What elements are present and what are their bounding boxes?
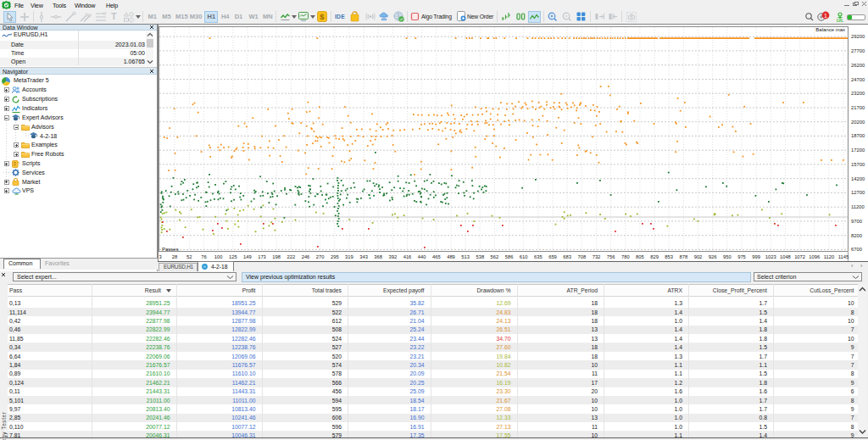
svg-text:6700: 6700 [851,247,862,252]
svg-text:878: 878 [680,254,688,259]
svg-text:LVL: LVL [837,19,843,23]
svg-text:659: 659 [548,254,557,259]
svg-text:Passes: Passes [162,247,179,252]
svg-text:1072: 1072 [794,254,805,259]
svg-text:708: 708 [577,254,586,259]
svg-text:586: 586 [505,254,514,259]
svg-text:222: 222 [287,254,295,259]
svg-text:17200: 17200 [851,148,865,153]
svg-text:15700: 15700 [851,162,865,167]
svg-text:20200: 20200 [851,120,865,125]
svg-text:198: 198 [272,254,281,259]
svg-text:24700: 24700 [851,77,865,82]
svg-text:173: 173 [258,254,266,259]
svg-text:295: 295 [331,254,339,259]
svg-text:Balance max: Balance max [815,27,845,32]
svg-text:610: 610 [520,254,528,259]
svg-text:76: 76 [201,254,206,259]
svg-text:14200: 14200 [851,176,865,181]
svg-text:21700: 21700 [851,105,865,110]
svg-text:392: 392 [389,254,398,259]
svg-text:1120: 1120 [824,254,834,259]
svg-text:9700: 9700 [851,219,862,224]
svg-text:975: 975 [737,254,746,259]
svg-text:27700: 27700 [851,48,865,53]
svg-text:829: 829 [650,254,659,259]
svg-text:270: 270 [316,254,325,259]
svg-text:732: 732 [593,254,601,259]
svg-text:343: 343 [359,254,368,259]
svg-text:999: 999 [752,254,760,259]
svg-text:465: 465 [432,254,441,259]
svg-text:562: 562 [491,254,499,259]
svg-text:149: 149 [243,254,252,259]
svg-text:950: 950 [723,254,732,259]
svg-text:26200: 26200 [851,63,865,68]
svg-text:756: 756 [607,254,615,259]
svg-text:12700: 12700 [851,190,865,195]
svg-text:11200: 11200 [851,204,865,209]
svg-text:440: 440 [418,254,426,259]
svg-text:1: 1 [824,13,827,19]
svg-text:29200: 29200 [851,34,865,39]
svg-text:8200: 8200 [851,233,862,238]
svg-text:18700: 18700 [851,133,865,138]
svg-text:1145: 1145 [838,254,849,259]
svg-text:3: 3 [159,254,161,259]
svg-text:926: 926 [709,254,717,259]
svg-text:368: 368 [374,254,382,259]
svg-text:538: 538 [476,254,484,259]
svg-text:$: $ [320,12,325,21]
svg-text:416: 416 [403,254,412,259]
svg-text:1048: 1048 [780,254,791,259]
svg-text:125: 125 [229,254,237,259]
svg-text:28: 28 [172,254,177,259]
svg-text:635: 635 [534,254,542,259]
svg-text:853: 853 [665,254,673,259]
svg-text:683: 683 [563,254,571,259]
svg-text:52: 52 [186,254,192,259]
svg-text:805: 805 [636,254,644,259]
svg-text:23200: 23200 [851,91,865,96]
svg-text:1096: 1096 [809,254,820,259]
svg-text:100: 100 [214,254,223,259]
svg-text:902: 902 [694,254,703,259]
svg-text:780: 780 [621,254,630,259]
svg-text:513: 513 [461,254,470,259]
svg-text:1023: 1023 [765,254,776,259]
svg-text:246: 246 [302,254,310,259]
svg-text:489: 489 [447,254,455,259]
svg-text:319: 319 [345,254,353,259]
